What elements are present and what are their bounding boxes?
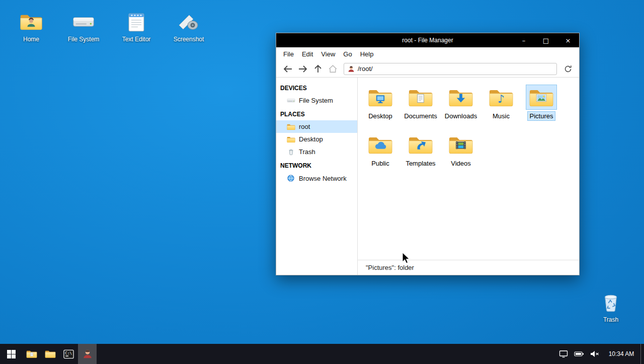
home-button[interactable] [327, 62, 339, 75]
file-label: Templates [403, 159, 438, 168]
menu-bar: FileEditViewGoHelp [276, 47, 579, 60]
file-label: Music [490, 111, 512, 121]
back-button[interactable] [281, 62, 294, 75]
file-label: Downloads [442, 111, 479, 121]
sidebar-item-desktop[interactable]: Desktop [276, 133, 357, 145]
start-button[interactable] [0, 344, 22, 364]
sidebar-item-file-system[interactable]: File System [276, 94, 357, 107]
close-button[interactable]: × [557, 33, 579, 47]
sidebar-header-devices: DEVICES [276, 81, 357, 94]
desktop-icon-screenshot[interactable]: Screenshot [167, 9, 211, 43]
menu-view[interactable]: View [317, 48, 339, 60]
maximize-button[interactable]: □ [535, 33, 557, 47]
sidebar-header-places: PLACES [276, 107, 357, 120]
taskbar-app-terminal[interactable]: C:\ [59, 344, 78, 364]
sidebar-item-trash[interactable]: Trash [276, 145, 357, 158]
desktop-icon-home[interactable]: Home [9, 9, 53, 43]
up-button[interactable] [311, 62, 324, 75]
file-label: Desktop [366, 111, 395, 121]
taskbar-app-file-explorer-library[interactable] [22, 344, 41, 364]
file-downloads[interactable]: Downloads [441, 83, 481, 130]
notepad-icon [114, 9, 158, 34]
drive-icon [286, 97, 295, 104]
network-icon [286, 174, 295, 182]
folder-doc-icon [26, 349, 37, 358]
folder-desktop-icon [365, 85, 396, 110]
tray-volume-muted[interactable] [587, 344, 602, 364]
battery-icon [574, 350, 584, 357]
file-pictures[interactable]: Pictures [521, 83, 561, 130]
recycle-bin-icon [589, 289, 633, 315]
folder-icon [286, 123, 295, 130]
file-label: Videos [448, 159, 473, 168]
folder-public-icon [365, 132, 396, 157]
file-desktop[interactable]: Desktop [360, 83, 400, 130]
taskbar-clock[interactable]: 10:34 AM [602, 344, 640, 364]
taskbar-app-file-explorer[interactable] [41, 344, 59, 364]
sidebar: DEVICESFile SystemPLACESrootDesktopTrash… [276, 78, 358, 275]
tray-battery[interactable] [571, 344, 587, 364]
drive-icon [61, 9, 106, 34]
window-controls: – □ × [513, 33, 579, 47]
file-manager-window: root - File Manager – □ × FileEditViewGo… [276, 33, 580, 275]
menu-file[interactable]: File [279, 48, 298, 60]
svg-text:♪: ♪ [498, 92, 505, 105]
file-label: Documents [401, 111, 440, 121]
desktop-icon-label: Text Editor [114, 36, 158, 43]
sidebar-item-label: Trash [299, 148, 315, 156]
folder-templates-icon [405, 132, 436, 157]
desktop-icon-label: File System [61, 36, 106, 43]
desktop-icon-trash[interactable]: Trash [589, 289, 633, 323]
svg-text:C:\: C:\ [65, 351, 72, 355]
window-titlebar[interactable]: root - File Manager – □ × [276, 33, 579, 47]
path-bar[interactable]: /root/ [344, 63, 557, 75]
home-folder-icon [9, 9, 53, 34]
file-videos[interactable]: Videos [441, 130, 481, 177]
system-tray [555, 344, 602, 364]
forward-button[interactable] [296, 62, 309, 75]
terminal-icon: C:\ [63, 349, 74, 359]
menu-help[interactable]: Help [356, 48, 378, 60]
sidebar-item-browse-network[interactable]: Browse Network [276, 172, 357, 185]
file-templates[interactable]: Templates [400, 130, 441, 177]
menu-go[interactable]: Go [339, 48, 356, 60]
desktop-icon-file-system[interactable]: File System [61, 9, 106, 43]
desktop-icon-label: Home [9, 36, 53, 43]
folder-pictures-icon [526, 85, 557, 110]
file-music[interactable]: ♪Music [481, 83, 521, 130]
folder-icon [286, 136, 295, 143]
sidebar-item-label: Desktop [299, 135, 323, 143]
desktop-icon-label: Trash [589, 316, 633, 323]
folder-videos-icon [445, 132, 476, 157]
folder-icon [45, 349, 56, 358]
file-documents[interactable]: Documents [400, 83, 441, 130]
status-text: "Pictures": folder [366, 264, 414, 271]
windows-logo-icon [7, 350, 16, 358]
file-grid: DesktopDocumentsDownloads♪MusicPicturesP… [358, 78, 579, 260]
trash-icon [286, 148, 295, 156]
user-icon [348, 65, 355, 72]
show-desktop-button[interactable] [640, 344, 644, 364]
tray-display[interactable] [555, 344, 571, 364]
folder-music-icon: ♪ [486, 85, 517, 110]
sidebar-item-root[interactable]: root [276, 120, 357, 133]
file-label: Pictures [527, 111, 556, 121]
file-label: Public [369, 159, 391, 168]
file-public[interactable]: Public [360, 130, 400, 177]
folder-downloads-icon [445, 85, 476, 110]
speaker-mute-icon [590, 350, 600, 358]
minimize-button[interactable]: – [513, 33, 535, 47]
reload-button[interactable] [561, 62, 574, 75]
screenshot-camera-icon [167, 9, 211, 34]
path-text: /root/ [358, 65, 373, 72]
sidebar-item-label: root [299, 123, 310, 130]
person-icon [83, 349, 93, 359]
taskbar: C:\ 10:34 AM [0, 344, 644, 364]
taskbar-apps: C:\ [22, 344, 97, 364]
toolbar: /root/ [276, 60, 579, 78]
desktop-icon-label: Screenshot [167, 36, 211, 43]
taskbar-spacer [97, 344, 555, 364]
desktop-icon-text-editor[interactable]: Text Editor [114, 9, 158, 43]
menu-edit[interactable]: Edit [298, 48, 317, 60]
taskbar-app-file-manager[interactable] [78, 344, 97, 364]
